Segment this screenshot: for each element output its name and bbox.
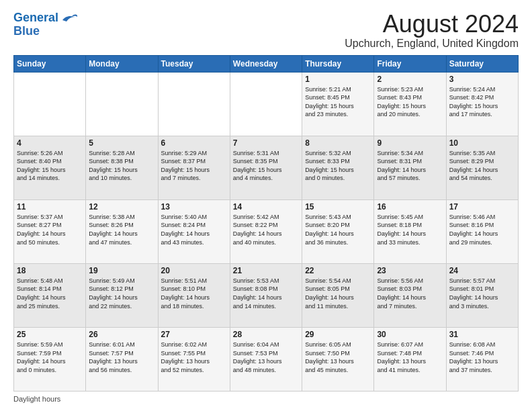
header: General Blue August 2024 Upchurch, Engla… [13, 11, 519, 50]
calendar-header-tuesday: Tuesday [158, 55, 230, 72]
day-info: Sunrise: 6:05 AM Sunset: 7:50 PM Dayligh… [305, 340, 371, 374]
calendar-cell-1-6: 10Sunrise: 5:35 AM Sunset: 8:29 PM Dayli… [446, 136, 518, 199]
day-number: 31 [449, 330, 515, 339]
day-info: Sunrise: 6:04 AM Sunset: 7:53 PM Dayligh… [233, 340, 299, 374]
calendar-header-sunday: Sunday [14, 55, 86, 72]
calendar-cell-2-2: 13Sunrise: 5:40 AM Sunset: 8:24 PM Dayli… [158, 199, 230, 263]
day-number: 19 [89, 266, 154, 275]
calendar-cell-4-3: 28Sunrise: 6:04 AM Sunset: 7:53 PM Dayli… [230, 327, 302, 391]
day-info: Sunrise: 5:51 AM Sunset: 8:10 PM Dayligh… [161, 277, 227, 310]
main-title: August 2024 [345, 11, 519, 38]
day-number: 22 [305, 266, 371, 275]
calendar-cell-1-0: 4Sunrise: 5:26 AM Sunset: 8:40 PM Daylig… [14, 136, 86, 199]
day-number: 20 [161, 266, 227, 275]
day-info: Sunrise: 5:59 AM Sunset: 7:59 PM Dayligh… [17, 340, 83, 374]
logo: General Blue [13, 11, 79, 38]
calendar-cell-2-1: 12Sunrise: 5:38 AM Sunset: 8:26 PM Dayli… [86, 199, 158, 263]
calendar-header-friday: Friday [374, 55, 446, 72]
calendar-header-wednesday: Wednesday [230, 55, 302, 72]
day-info: Sunrise: 6:07 AM Sunset: 7:48 PM Dayligh… [377, 340, 443, 374]
calendar-cell-0-0 [14, 72, 86, 136]
day-info: Sunrise: 5:24 AM Sunset: 8:42 PM Dayligh… [449, 85, 515, 119]
day-number: 28 [233, 330, 299, 339]
day-number: 4 [17, 138, 83, 148]
calendar-cell-0-3 [230, 72, 302, 136]
footer-note: Daylight hours [13, 395, 519, 403]
day-info: Sunrise: 5:54 AM Sunset: 8:05 PM Dayligh… [305, 277, 371, 310]
day-info: Sunrise: 5:23 AM Sunset: 8:43 PM Dayligh… [377, 85, 443, 119]
day-info: Sunrise: 5:31 AM Sunset: 8:35 PM Dayligh… [233, 149, 299, 183]
day-number: 5 [89, 138, 154, 148]
calendar-week-1: 1Sunrise: 5:21 AM Sunset: 8:45 PM Daylig… [14, 72, 519, 136]
calendar-cell-2-5: 16Sunrise: 5:45 AM Sunset: 8:18 PM Dayli… [374, 199, 446, 263]
day-info: Sunrise: 5:38 AM Sunset: 8:26 PM Dayligh… [89, 213, 154, 246]
calendar-cell-0-6: 3Sunrise: 5:24 AM Sunset: 8:42 PM Daylig… [446, 72, 518, 136]
logo-text: General [13, 11, 58, 25]
calendar-cell-1-1: 5Sunrise: 5:28 AM Sunset: 8:38 PM Daylig… [86, 136, 158, 199]
page: General Blue August 2024 Upchurch, Engla… [0, 0, 532, 411]
day-number: 26 [89, 330, 154, 339]
day-number: 8 [305, 138, 371, 148]
calendar-cell-3-2: 20Sunrise: 5:51 AM Sunset: 8:10 PM Dayli… [158, 263, 230, 327]
day-number: 6 [161, 138, 227, 148]
calendar-week-5: 25Sunrise: 5:59 AM Sunset: 7:59 PM Dayli… [14, 327, 519, 391]
calendar-cell-4-0: 25Sunrise: 5:59 AM Sunset: 7:59 PM Dayli… [14, 327, 86, 391]
day-info: Sunrise: 5:49 AM Sunset: 8:12 PM Dayligh… [89, 277, 154, 310]
day-info: Sunrise: 5:35 AM Sunset: 8:29 PM Dayligh… [449, 149, 515, 183]
day-info: Sunrise: 5:37 AM Sunset: 8:27 PM Dayligh… [17, 213, 83, 246]
day-number: 18 [17, 266, 83, 275]
calendar-header-row: SundayMondayTuesdayWednesdayThursdayFrid… [14, 55, 519, 72]
day-number: 14 [233, 202, 299, 212]
logo-blue: Blue [13, 24, 79, 38]
calendar-cell-1-3: 7Sunrise: 5:31 AM Sunset: 8:35 PM Daylig… [230, 136, 302, 199]
calendar-cell-3-6: 24Sunrise: 5:57 AM Sunset: 8:01 PM Dayli… [446, 263, 518, 327]
day-number: 11 [17, 202, 83, 212]
subtitle: Upchurch, England, United Kingdom [345, 38, 519, 50]
day-number: 1 [305, 75, 371, 84]
day-info: Sunrise: 5:46 AM Sunset: 8:16 PM Dayligh… [449, 213, 515, 246]
day-info: Sunrise: 5:21 AM Sunset: 8:45 PM Dayligh… [305, 85, 371, 119]
calendar-cell-2-0: 11Sunrise: 5:37 AM Sunset: 8:27 PM Dayli… [14, 199, 86, 263]
calendar-table: SundayMondayTuesdayWednesdayThursdayFrid… [13, 55, 519, 392]
calendar-cell-3-4: 22Sunrise: 5:54 AM Sunset: 8:05 PM Dayli… [302, 263, 374, 327]
day-info: Sunrise: 5:26 AM Sunset: 8:40 PM Dayligh… [17, 149, 83, 183]
calendar-cell-0-4: 1Sunrise: 5:21 AM Sunset: 8:45 PM Daylig… [302, 72, 374, 136]
calendar-week-3: 11Sunrise: 5:37 AM Sunset: 8:27 PM Dayli… [14, 199, 519, 263]
calendar-cell-1-4: 8Sunrise: 5:32 AM Sunset: 8:33 PM Daylig… [302, 136, 374, 199]
calendar-week-4: 18Sunrise: 5:48 AM Sunset: 8:14 PM Dayli… [14, 263, 519, 327]
calendar-header-saturday: Saturday [446, 55, 518, 72]
day-info: Sunrise: 5:42 AM Sunset: 8:22 PM Dayligh… [233, 213, 299, 246]
calendar-cell-4-2: 27Sunrise: 6:02 AM Sunset: 7:55 PM Dayli… [158, 327, 230, 391]
calendar-cell-2-3: 14Sunrise: 5:42 AM Sunset: 8:22 PM Dayli… [230, 199, 302, 263]
day-number: 25 [17, 330, 83, 339]
day-info: Sunrise: 5:43 AM Sunset: 8:20 PM Dayligh… [305, 213, 371, 246]
day-number: 23 [377, 266, 443, 275]
calendar-cell-2-6: 17Sunrise: 5:46 AM Sunset: 8:16 PM Dayli… [446, 199, 518, 263]
calendar-header-monday: Monday [86, 55, 158, 72]
day-info: Sunrise: 6:08 AM Sunset: 7:46 PM Dayligh… [449, 340, 515, 374]
calendar-cell-0-5: 2Sunrise: 5:23 AM Sunset: 8:43 PM Daylig… [374, 72, 446, 136]
calendar-cell-3-5: 23Sunrise: 5:56 AM Sunset: 8:03 PM Dayli… [374, 263, 446, 327]
day-number: 13 [161, 202, 227, 212]
day-info: Sunrise: 5:57 AM Sunset: 8:01 PM Dayligh… [449, 277, 515, 310]
calendar-cell-4-1: 26Sunrise: 6:01 AM Sunset: 7:57 PM Dayli… [86, 327, 158, 391]
day-number: 3 [449, 75, 515, 84]
day-number: 10 [449, 138, 515, 148]
calendar-cell-3-3: 21Sunrise: 5:53 AM Sunset: 8:08 PM Dayli… [230, 263, 302, 327]
day-number: 16 [377, 202, 443, 212]
day-info: Sunrise: 5:28 AM Sunset: 8:38 PM Dayligh… [89, 149, 154, 183]
calendar-header-thursday: Thursday [302, 55, 374, 72]
calendar-cell-0-1 [86, 72, 158, 136]
calendar-cell-1-5: 9Sunrise: 5:34 AM Sunset: 8:31 PM Daylig… [374, 136, 446, 199]
calendar-cell-0-2 [158, 72, 230, 136]
day-info: Sunrise: 5:34 AM Sunset: 8:31 PM Dayligh… [377, 149, 443, 183]
day-number: 9 [377, 138, 443, 148]
logo-bird-icon [60, 11, 79, 26]
day-info: Sunrise: 5:56 AM Sunset: 8:03 PM Dayligh… [377, 277, 443, 310]
day-number: 7 [233, 138, 299, 148]
day-info: Sunrise: 5:45 AM Sunset: 8:18 PM Dayligh… [377, 213, 443, 246]
calendar-cell-3-0: 18Sunrise: 5:48 AM Sunset: 8:14 PM Dayli… [14, 263, 86, 327]
day-info: Sunrise: 5:32 AM Sunset: 8:33 PM Dayligh… [305, 149, 371, 183]
day-info: Sunrise: 6:02 AM Sunset: 7:55 PM Dayligh… [161, 340, 227, 374]
calendar-cell-3-1: 19Sunrise: 5:49 AM Sunset: 8:12 PM Dayli… [86, 263, 158, 327]
